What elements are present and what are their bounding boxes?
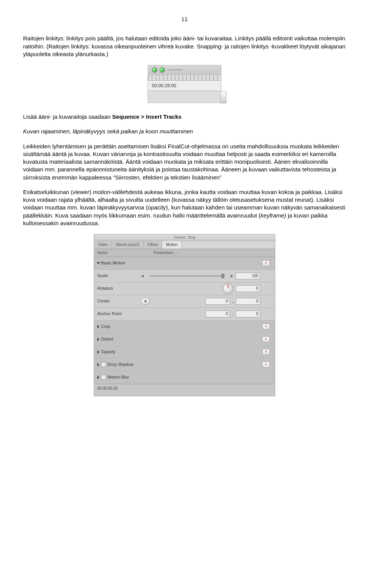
slider-right-icon: ▶: [231, 274, 233, 278]
scale-value[interactable]: 100: [236, 272, 260, 279]
italic-opacity: opacity: [148, 204, 166, 211]
panel-column-header: Name Parameters: [94, 249, 275, 257]
section-label: Opacity: [101, 349, 115, 355]
text-run: ): [90, 189, 93, 195]
tab-stereo[interactable]: Stereo (a1a2): [112, 241, 143, 249]
disclosure-icon: [97, 363, 100, 367]
toolbar-spacer: [167, 70, 183, 70]
paragraph-linking: Raitojen linkitys: linkitys pois päältä,…: [23, 35, 346, 58]
panel-titlebar: Viewer: Slug: [94, 234, 275, 241]
col-parameters: Parameters: [150, 249, 275, 257]
disclosure-icon: [96, 262, 100, 264]
comma: ,: [232, 298, 233, 304]
row-basic-motion[interactable]: Basic Motion: [94, 257, 275, 270]
tab-filters[interactable]: Filters: [144, 241, 162, 249]
timeline-track: [148, 91, 221, 103]
tab-video[interactable]: Video: [94, 241, 112, 249]
param-label: Anchor Point: [97, 311, 121, 317]
reset-button[interactable]: [262, 336, 270, 342]
center-y[interactable]: 0: [236, 298, 260, 305]
scale-slider[interactable]: [150, 275, 224, 277]
section-label: Drop Shadow: [108, 362, 133, 367]
paragraph-motion-tab: Esikatseluikkunan (viewer) motion-välile…: [23, 188, 346, 227]
timeline-ruler: [148, 75, 221, 81]
disclosure-icon: [97, 375, 100, 379]
reset-button[interactable]: [262, 362, 270, 368]
timeline-snapshot: 00:00:28:00: [148, 65, 221, 103]
reset-button[interactable]: [262, 324, 270, 330]
row-distort[interactable]: Distort: [94, 333, 275, 346]
row-anchor: Anchor Point 0 , 0: [94, 308, 275, 321]
panel-footer: 00:00:00.00: [94, 384, 275, 396]
timeline-toolbar: [148, 65, 221, 75]
crosshair-button[interactable]: ⊕: [141, 298, 150, 305]
row-drop-shadow[interactable]: Drop Shadow: [94, 359, 275, 371]
tab-motion[interactable]: Motion: [162, 241, 182, 249]
footer-timecode: 00:00:00.00: [97, 386, 118, 390]
disclosure-icon: [97, 350, 100, 354]
checkbox[interactable]: [101, 375, 106, 380]
document-page: 11 Raitojen linkitys: linkitys pois pääl…: [0, 0, 369, 422]
reset-button[interactable]: [262, 349, 270, 355]
section-label: Crop: [101, 324, 110, 329]
paragraph-insert-tracks: Lisää ääni- ja kuvaraitoja saadaan Seque…: [23, 113, 346, 121]
anchor-y[interactable]: 0: [236, 311, 260, 317]
italic-viewer: viewer: [73, 189, 89, 195]
center-x[interactable]: 0: [205, 298, 230, 305]
param-label: Center: [97, 298, 110, 304]
checkbox[interactable]: [101, 362, 106, 367]
reset-button[interactable]: [262, 260, 270, 266]
motion-panel: Viewer: Slug Video Stereo (a1a2) Filters…: [94, 234, 275, 396]
row-crop[interactable]: Crop: [94, 321, 275, 333]
disclosure-icon: [97, 337, 100, 341]
col-name: Name: [94, 249, 150, 257]
snapping-icon: [152, 67, 157, 73]
section-label: Distort: [101, 336, 113, 342]
rotation-dial[interactable]: [223, 283, 233, 294]
text-run: Esikatseluikkunan (: [23, 189, 73, 195]
comma: ,: [232, 311, 233, 317]
paragraph-effects: Leikkeiden lyhentämisen ja perättäin ase…: [23, 143, 346, 181]
section-label: Basic Motion: [101, 260, 125, 266]
subheading-crop: Kuvan rajaaminen, läpinäkyvyys sekä paik…: [23, 128, 346, 135]
section-label: Motion Blur: [108, 374, 129, 380]
disclosure-icon: [97, 325, 100, 329]
row-center: Center ⊕ 0 , 0: [94, 295, 275, 308]
slider-left-icon: ◀: [141, 274, 144, 278]
text-run: Lisää ääni- ja kuvaraitoja saadaan: [23, 113, 112, 120]
italic-motion: motion: [93, 189, 110, 195]
anchor-x[interactable]: 0: [205, 311, 230, 317]
row-rotation: Rotation 0: [94, 282, 275, 295]
scrollbar: [220, 91, 226, 103]
italic-keyframe: keyframe): [261, 212, 286, 219]
row-opacity[interactable]: Opacity: [94, 346, 275, 359]
panel-tabs: Video Stereo (a1a2) Filters Motion: [94, 241, 275, 249]
row-motion-blur[interactable]: Motion Blur: [94, 371, 275, 384]
timecode-label: 00:00:28:00: [148, 81, 221, 91]
row-scale: Scale ◀ ▶ 100: [94, 270, 275, 282]
rotation-value[interactable]: 0: [236, 285, 260, 292]
page-number: 11: [23, 15, 346, 23]
link-tracks-icon: [160, 67, 165, 73]
param-label: Scale: [97, 273, 108, 279]
param-label: Rotation: [97, 286, 113, 291]
menu-path-bold: Sequence > Insert Tracks: [112, 113, 182, 120]
